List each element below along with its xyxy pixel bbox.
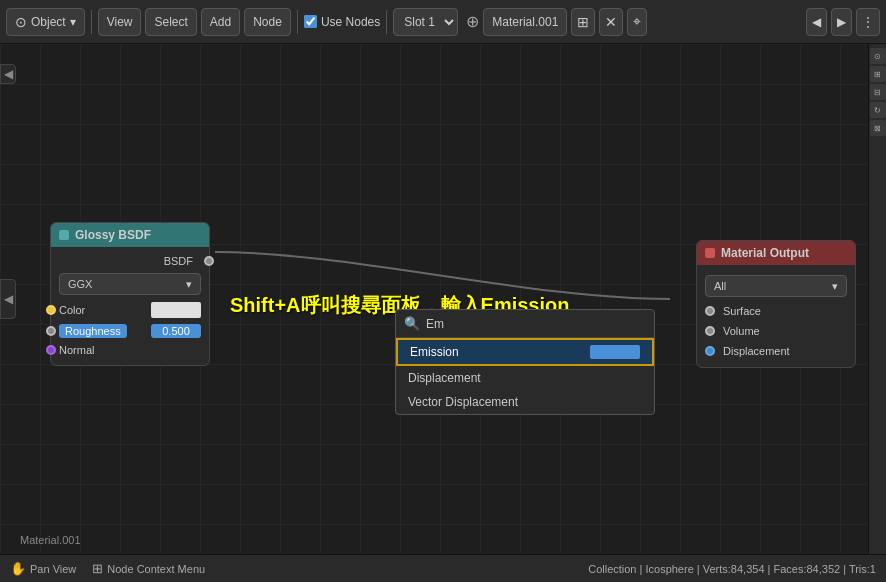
ggx-dropdown[interactable]: GGX ▾ [59,273,201,295]
right-panel-icon-2[interactable]: ⊞ [870,66,886,82]
statusbar: ✋ Pan View ⊞ Node Context Menu Collectio… [0,554,886,582]
roughness-input-row: Roughness 0.500 [51,321,209,341]
sphere-icon: ⊕ [466,12,479,31]
glossy-node-icon [59,230,69,240]
collapse-left-arrow[interactable]: ◀ [0,64,16,84]
pin-material-button[interactable]: ⌖ [627,8,647,36]
add-menu-button[interactable]: Add [201,8,240,36]
pan-view-status: ✋ Pan View [10,561,76,576]
material-output-dropdown[interactable]: All ▾ [705,275,847,297]
object-mode-button[interactable]: ⊙ Object ▾ [6,8,85,36]
roughness-socket[interactable] [46,326,56,336]
search-input-row: 🔍 [396,310,654,338]
normal-input-row: Normal [51,341,209,359]
navigation-next-button[interactable]: ▶ [831,8,852,36]
expand-left-arrow[interactable]: ◀ [0,279,16,319]
material-output-icon [705,248,715,258]
node-label: Node [253,15,282,29]
ggx-dropdown-arrow: ▾ [186,278,192,291]
context-menu-icon: ⊞ [92,561,103,576]
search-panel: 🔍 Emission Displacement Vector Displacem… [395,309,655,415]
node-editor-canvas[interactable]: ◀ ◀ ⊙ ⊞ ⊟ ↻ ⊠ Glossy BSDF BSDF GGX ▾ [0,44,886,554]
new-material-button[interactable]: ⊞ [571,8,595,36]
view-menu-button[interactable]: View [98,8,142,36]
material-name-label: Material.001 [492,15,558,29]
context-menu-label: Node Context Menu [107,563,205,575]
separator-3 [386,10,387,34]
node-menu-button[interactable]: Node [244,8,291,36]
use-nodes-checkbox[interactable] [304,15,317,28]
canvas-material-name: Material.001 [20,534,81,546]
more-options-button[interactable]: ⋮ [856,8,880,36]
volume-label: Volume [723,325,760,337]
material-name-field[interactable]: Material.001 [483,8,567,36]
displacement-input-socket[interactable] [705,346,715,356]
search-icon: 🔍 [404,316,420,331]
add-label: Add [210,15,231,29]
navigation-prev-button[interactable]: ◀ [806,8,827,36]
view-label: View [107,15,133,29]
roughness-label[interactable]: Roughness [59,324,127,338]
right-panel-icon-1[interactable]: ⊙ [870,48,886,64]
context-menu-status: ⊞ Node Context Menu [92,561,205,576]
color-socket[interactable] [46,305,56,315]
slot-select[interactable]: Slot 1 [393,8,458,36]
chevron-down-icon: ▾ [70,15,76,29]
pan-view-label: Pan View [30,563,76,575]
canvas-material-label: Material.001 [20,534,81,546]
select-label: Select [154,15,187,29]
displacement-label: Displacement [723,345,790,357]
right-panel-icon-4[interactable]: ↻ [870,102,886,118]
material-output-body: All ▾ Surface Volume Displacement [697,265,855,367]
bsdf-output-label: BSDF [164,255,193,267]
color-input-row: Color [51,299,209,321]
normal-socket[interactable] [46,345,56,355]
material-output-dropdown-arrow: ▾ [832,280,838,293]
glossy-node-body: BSDF GGX ▾ Color Roughness 0.500 [51,247,209,365]
use-nodes-label: Use Nodes [321,15,380,29]
displacement-result-label: Displacement [408,371,481,385]
material-output-title: Material Output [721,246,809,260]
material-output-node: Material Output All ▾ Surface Volume Dis… [696,240,856,368]
remove-material-button[interactable]: ✕ [599,8,623,36]
vector-displacement-result-label: Vector Displacement [408,395,518,409]
separator-2 [297,10,298,34]
search-input[interactable] [426,317,646,331]
displacement-input-row: Displacement [697,341,855,361]
ggx-dropdown-value: GGX [68,278,92,290]
right-panel: ⊙ ⊞ ⊟ ↻ ⊠ [868,44,886,554]
right-panel-icon-3[interactable]: ⊟ [870,84,886,100]
glossy-bsdf-node: Glossy BSDF BSDF GGX ▾ Color Roughnes [50,222,210,366]
object-mode-label: Object [31,15,66,29]
search-results: Emission Displacement Vector Displacemen… [396,338,654,414]
volume-input-socket[interactable] [705,326,715,336]
material-output-header[interactable]: Material Output [697,241,855,265]
right-panel-icon-5[interactable]: ⊠ [870,120,886,136]
material-output-dropdown-value: All [714,280,726,292]
volume-input-row: Volume [697,321,855,341]
surface-input-socket[interactable] [705,306,715,316]
collection-status: Collection | Icosphere | Verts:84,354 | … [588,563,876,575]
color-swatch[interactable] [151,302,201,318]
select-menu-button[interactable]: Select [145,8,196,36]
roughness-value[interactable]: 0.500 [151,324,201,338]
search-result-vector-displacement[interactable]: Vector Displacement [396,390,654,414]
separator-1 [91,10,92,34]
surface-input-row: Surface [697,301,855,321]
emission-result-bar [590,345,640,359]
emission-result-label: Emission [410,345,459,359]
collection-info: Collection | Icosphere | Verts:84,354 | … [588,563,876,575]
bsdf-output-socket[interactable] [204,256,214,266]
object-mode-icon: ⊙ [15,14,27,30]
toolbar: ⊙ Object ▾ View Select Add Node Use Node… [0,0,886,44]
glossy-node-title: Glossy BSDF [75,228,151,242]
pan-view-icon: ✋ [10,561,26,576]
surface-label: Surface [723,305,761,317]
bsdf-output-row: BSDF [51,253,209,269]
search-result-displacement[interactable]: Displacement [396,366,654,390]
search-result-emission[interactable]: Emission [396,338,654,366]
use-nodes-checkbox-wrap[interactable]: Use Nodes [304,15,380,29]
normal-label: Normal [59,344,94,356]
color-label: Color [59,304,85,316]
glossy-node-header[interactable]: Glossy BSDF [51,223,209,247]
